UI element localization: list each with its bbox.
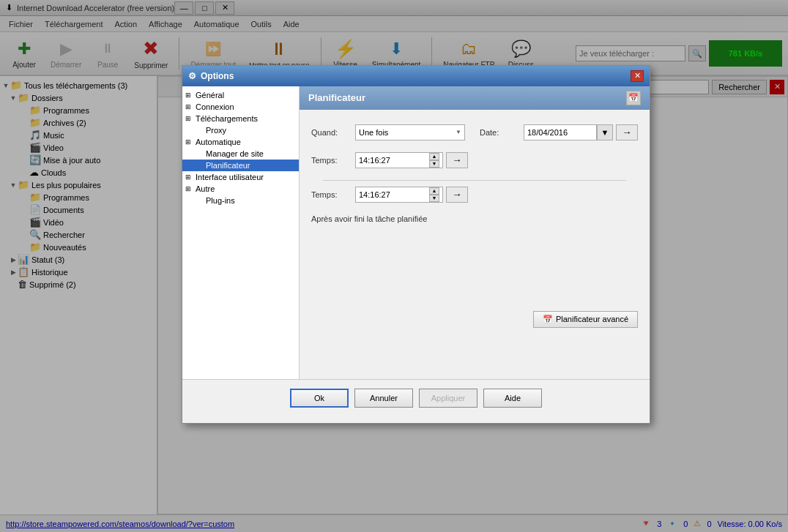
quand-label: Quand: (311, 128, 355, 137)
dsb-proxy[interactable]: Proxy (182, 124, 299, 136)
expander-icon: ⊞ (185, 91, 196, 99)
section-title: Planificateur (308, 92, 365, 103)
dsb-label: Interface utilisateur (196, 173, 264, 181)
time2-input[interactable]: 14:16:27 ▲ ▼ (355, 187, 443, 203)
dsb-label: Planificateur (206, 161, 250, 170)
section-header: Planificateur 📅 (300, 86, 650, 110)
expander-icon: ⊞ (185, 138, 196, 146)
dsb-label: Téléchargements (196, 114, 258, 123)
date-action-button[interactable]: → (616, 124, 638, 141)
date-input[interactable]: 18/04/2016 (524, 124, 597, 141)
expander-icon: ⊞ (185, 185, 196, 192)
time1-value: 14:16:27 (359, 156, 429, 165)
time2-spinners: ▲ ▼ (429, 187, 439, 202)
advanced-button[interactable]: 📅 Planificateur avancé (533, 311, 638, 328)
dsb-automatique[interactable]: ⊞ Automatique (182, 136, 299, 148)
task-label: Après avoir fini la tâche planifiée (311, 214, 427, 223)
quand-select[interactable]: Une fois ▼ (355, 124, 465, 141)
dsb-planificateur[interactable]: Planificateur (182, 160, 299, 171)
temps2-label: Temps: (311, 190, 355, 199)
ok-button[interactable]: Ok (290, 389, 349, 408)
time2-up[interactable]: ▲ (429, 187, 439, 195)
dsb-label: Manager de site (206, 149, 264, 158)
date-label: Date: (480, 128, 524, 137)
form-row-temps1: Temps: 14:16:27 ▲ ▼ → (311, 152, 638, 168)
dialog-content: Planificateur 📅 Quand: Une fois ▼ Date: (300, 86, 650, 379)
advanced-label: Planificateur avancé (556, 315, 628, 323)
expander-icon: ⊞ (185, 103, 196, 110)
form-row-quand: Quand: Une fois ▼ Date: 18/04/2016 ▼ → (311, 124, 638, 141)
dsb-manager-site[interactable]: Manager de site (182, 148, 299, 160)
time1-up[interactable]: ▲ (429, 153, 439, 160)
expander-icon: ⊞ (185, 115, 196, 122)
dsb-label: Automatique (196, 138, 241, 146)
time1-spinners: ▲ ▼ (429, 153, 439, 168)
dsb-general[interactable]: ⊞ Général (182, 89, 299, 101)
calendar-icon: 📅 (626, 91, 641, 105)
date-picker-button[interactable]: ▼ (597, 124, 613, 141)
time1-action-button[interactable]: → (446, 152, 468, 168)
dsb-autre[interactable]: ⊞ Autre (182, 183, 299, 195)
dialog-icon: ⚙ (188, 71, 196, 81)
time2-action-button[interactable]: → (446, 187, 468, 203)
dialog-overlay: ⚙ Options ✕ ⊞ Général ⊞ Connexion ⊞ Télé… (0, 0, 788, 532)
dsb-label: Autre (196, 184, 215, 193)
dsb-plugins[interactable]: Plug-ins (182, 195, 299, 206)
time1-input[interactable]: 14:16:27 ▲ ▼ (355, 152, 443, 168)
dialog-body: ⊞ Général ⊞ Connexion ⊞ Téléchargements … (182, 86, 650, 379)
divider (323, 180, 626, 181)
form-row-temps2: Temps: 14:16:27 ▲ ▼ → (311, 187, 638, 203)
time2-down[interactable]: ▼ (429, 195, 439, 202)
dialog-titlebar: ⚙ Options ✕ (182, 66, 650, 86)
dsb-label: Connexion (196, 102, 234, 111)
dsb-connexion[interactable]: ⊞ Connexion (182, 101, 299, 113)
dialog-sidebar: ⊞ Général ⊞ Connexion ⊞ Téléchargements … (182, 86, 300, 379)
dialog-form: Quand: Une fois ▼ Date: 18/04/2016 ▼ → (300, 110, 650, 238)
dsb-telechargements[interactable]: ⊞ Téléchargements (182, 113, 299, 124)
options-dialog: ⚙ Options ✕ ⊞ Général ⊞ Connexion ⊞ Télé… (182, 65, 650, 424)
dsb-interface[interactable]: ⊞ Interface utilisateur (182, 171, 299, 183)
dsb-label: Général (196, 91, 224, 100)
advanced-icon: 📅 (543, 315, 553, 324)
quand-value: Une fois (359, 128, 388, 137)
dialog-buttons: Ok Annuler Appliquer Aide (182, 379, 650, 417)
date-value: 18/04/2016 (527, 128, 568, 137)
temps1-label: Temps: (311, 156, 355, 165)
time1-down[interactable]: ▼ (429, 160, 439, 168)
dsb-label: Proxy (206, 126, 226, 135)
expander-icon: ⊞ (185, 173, 196, 181)
dsb-label: Plug-ins (206, 196, 235, 205)
aide-button[interactable]: Aide (483, 389, 542, 408)
time2-value: 14:16:27 (359, 190, 429, 199)
advanced-area: 📅 Planificateur avancé (300, 311, 650, 328)
annuler-button[interactable]: Annuler (354, 389, 413, 408)
task-text: Après avoir fini la tâche planifiée (311, 214, 638, 223)
appliquer-button[interactable]: Appliquer (419, 389, 477, 408)
dialog-close-button[interactable]: ✕ (631, 70, 644, 82)
dropdown-arrow: ▼ (456, 129, 461, 135)
dialog-title-text: Options (201, 71, 234, 81)
